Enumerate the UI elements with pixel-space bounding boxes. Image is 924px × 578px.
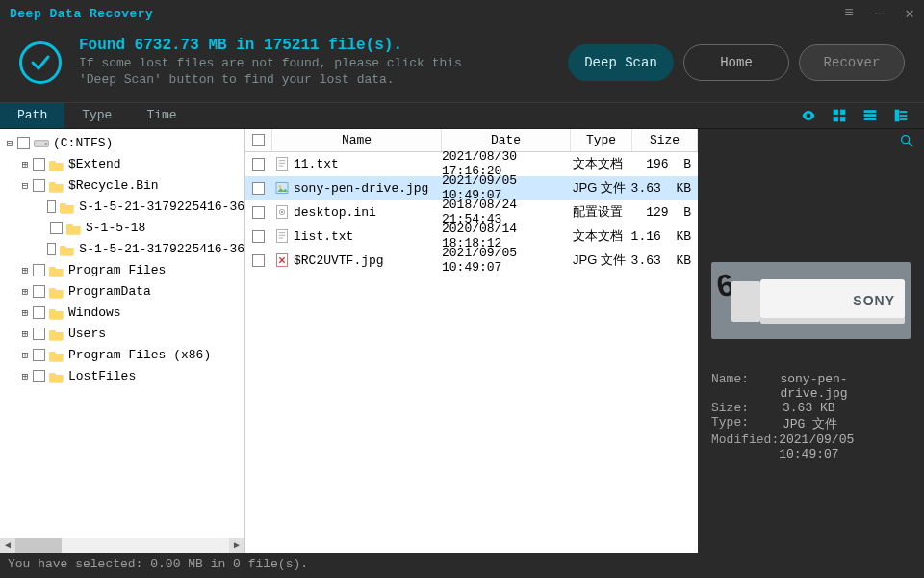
tree-row[interactable]: ⊟$Recycle.Bin (2, 175, 244, 197)
tree-label: Users (68, 327, 106, 341)
file-name: sony-pen-drive.jpg (294, 181, 428, 196)
tree-row[interactable]: ⊞$Extend (2, 154, 244, 175)
tree-row[interactable]: ⊞Users (2, 324, 244, 345)
home-button[interactable]: Home (683, 44, 789, 81)
row-checkbox[interactable] (252, 254, 265, 267)
meta-modified-key: Modified: (711, 433, 779, 461)
tree-checkbox[interactable] (33, 370, 45, 382)
scroll-left-arrow[interactable]: ◄ (0, 538, 15, 553)
file-name: desktop.ini (294, 205, 376, 220)
tree-checkbox[interactable] (33, 285, 45, 298)
expand-icon[interactable]: ⊞ (19, 349, 31, 361)
tree-checkbox[interactable] (33, 328, 45, 340)
select-all-checkbox[interactable] (252, 134, 265, 146)
menu-icon[interactable]: ≡ (844, 5, 854, 22)
folder-icon (49, 158, 64, 171)
header-size[interactable]: Size (632, 129, 698, 151)
header-name[interactable]: Name (272, 129, 442, 151)
tabs-row: Path Type Time (0, 102, 924, 129)
collapse-icon[interactable]: ⊟ (19, 179, 31, 192)
expand-icon[interactable]: ⊞ (19, 285, 31, 298)
tree-checkbox[interactable] (33, 179, 45, 192)
tree-panel: ⊟(C:NTFS)⊞$Extend⊟$Recycle.BinS-1-5-21-3… (0, 129, 244, 553)
table-row[interactable]: sony-pen-drive.jpg2021/09/05 10:49:07JPG… (245, 176, 698, 200)
tree-checkbox[interactable] (17, 137, 30, 149)
tree-row[interactable]: S-1-5-18 (2, 218, 244, 239)
row-checkbox[interactable] (252, 182, 265, 195)
tree-checkbox[interactable] (47, 200, 57, 213)
row-checkbox[interactable] (252, 158, 265, 171)
tab-time[interactable]: Time (129, 103, 193, 128)
expand-icon[interactable]: ⊞ (19, 264, 31, 276)
detail-view-icon[interactable] (893, 108, 909, 123)
header-type[interactable]: Type (571, 129, 632, 151)
header-date[interactable]: Date (442, 129, 571, 151)
table-row[interactable]: desktop.ini2018/08/24 21:54:43配置设置129 B (245, 200, 698, 224)
svg-point-27 (902, 135, 910, 143)
app-title: Deep Data Recovery (10, 7, 153, 21)
row-checkbox[interactable] (252, 230, 265, 243)
tree-horizontal-scrollbar[interactable]: ◄ ► (0, 538, 244, 553)
table-row[interactable]: $RC2UVTF.jpg2021/09/05 10:49:07JPG 文件3.6… (245, 249, 698, 273)
tree-row[interactable]: ⊞LostFiles (2, 366, 244, 387)
list-view-icon[interactable] (862, 108, 878, 123)
folder-icon (49, 349, 64, 362)
grid-view-icon[interactable] (832, 108, 847, 123)
close-icon[interactable]: ✕ (905, 4, 914, 23)
file-name: list.txt (294, 229, 353, 244)
folder-icon (49, 285, 64, 299)
header-buttons: Deep Scan Home Recover (568, 44, 905, 81)
tree-checkbox[interactable] (50, 222, 63, 234)
file-type: 文本文档 (571, 227, 632, 245)
svg-rect-6 (864, 118, 876, 119)
preview-toggle-icon[interactable] (801, 108, 816, 123)
svg-rect-5 (864, 114, 876, 116)
table-row[interactable]: list.txt2020/08/14 18:18:12文本文档1.16 KB (245, 224, 698, 249)
collapse-icon[interactable]: ⊟ (4, 137, 15, 149)
recover-button[interactable]: Recover (799, 44, 905, 81)
files-panel: Name Date Type Size 11.txt2021/08/30 17:… (244, 129, 698, 553)
meta-name-key: Name: (711, 372, 780, 401)
svg-rect-9 (900, 115, 907, 116)
tab-type[interactable]: Type (64, 103, 129, 128)
tree-checkbox[interactable] (33, 306, 45, 319)
table-row[interactable]: 11.txt2021/08/30 17:16:20文本文档196 B (245, 152, 698, 176)
file-type: JPG 文件 (571, 179, 632, 197)
tree-checkbox[interactable] (33, 264, 45, 276)
tree-row[interactable]: ⊞Windows (2, 302, 244, 324)
tree-row[interactable]: ⊞Program Files (2, 260, 244, 281)
tree-row[interactable]: ⊞ProgramData (2, 281, 244, 302)
row-checkbox[interactable] (252, 206, 265, 219)
search-icon[interactable] (899, 133, 914, 152)
file-size: 196 B (632, 157, 698, 171)
meta-type-key: Type: (711, 415, 783, 433)
expand-icon[interactable]: ⊞ (19, 306, 31, 319)
expand-icon[interactable]: ⊞ (19, 328, 31, 340)
tree-row[interactable]: ⊞Program Files (x86) (2, 345, 244, 366)
expand-icon[interactable]: ⊞ (19, 370, 31, 382)
file-name: 11.txt (294, 157, 339, 171)
svg-rect-4 (864, 110, 876, 112)
scroll-thumb[interactable] (15, 538, 62, 553)
expand-icon[interactable]: ⊞ (19, 158, 31, 171)
search-row (698, 129, 924, 156)
tree-row[interactable]: S-1-5-21-3179225416-36 (2, 239, 244, 260)
svg-rect-0 (834, 110, 838, 115)
scroll-right-arrow[interactable]: ► (229, 538, 244, 553)
meta-size-key: Size: (711, 401, 783, 415)
deep-scan-button[interactable]: Deep Scan (568, 44, 674, 81)
file-type: 配置设置 (571, 203, 632, 221)
file-size: 3.63 KB (632, 181, 698, 196)
tree-row[interactable]: ⊟(C:NTFS) (2, 133, 244, 154)
minimize-icon[interactable]: — (875, 5, 885, 22)
tree-checkbox[interactable] (33, 158, 45, 171)
tree-row[interactable]: S-1-5-21-3179225416-36 (2, 197, 244, 218)
svg-point-18 (279, 186, 282, 189)
svg-rect-3 (840, 117, 845, 121)
tab-path[interactable]: Path (0, 103, 64, 128)
header-checkbox-col (245, 129, 272, 151)
tree-checkbox[interactable] (33, 349, 45, 361)
tree-checkbox[interactable] (47, 243, 57, 255)
file-icon (274, 204, 290, 220)
svg-rect-8 (900, 111, 907, 112)
